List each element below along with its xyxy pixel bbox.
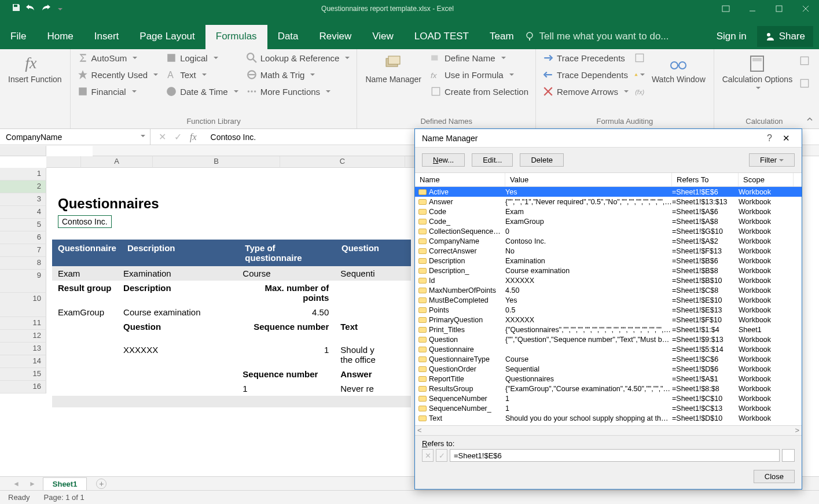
row-header[interactable]: 7 [0,244,46,257]
add-sheet-button[interactable]: + [96,479,106,489]
dialog-help-icon[interactable]: ? [761,133,778,144]
edit-button[interactable]: Edit... [472,153,513,167]
name-list-row[interactable]: Print_Titles{"Questionnaires","","","","… [415,325,802,334]
evaluate-formula-icon[interactable]: (fx) [634,86,645,97]
filter-button[interactable]: Filter [749,153,795,167]
remove-arrows-button[interactable]: Remove Arrows [541,85,631,98]
new-button[interactable]: New... [422,153,465,167]
refers-accept-icon[interactable]: ✓ [436,449,447,462]
dialog-list[interactable]: ActiveYes=Sheet1!$E$6WorkbookAnswer{"","… [415,187,802,426]
name-list-row[interactable]: Description_Course examination=Sheet1!$B… [415,266,802,275]
show-formulas-icon[interactable] [634,53,645,63]
datetime-button[interactable]: Date & Time [164,85,241,98]
name-list-row[interactable]: MustBeCompletedYes=Sheet1!$E$10Workbook [415,295,802,305]
tab-view[interactable]: View [362,25,404,49]
name-list-row[interactable]: Code_ExamGroup=Sheet1!$A$8Workbook [415,216,802,226]
logical-button[interactable]: Logical [164,51,241,64]
row-header[interactable]: 15 [0,368,46,381]
autosum-button[interactable]: AutoSum [75,51,161,64]
range-picker-icon[interactable] [782,449,795,462]
company-name-cell[interactable]: Contoso Inc. [58,215,112,228]
tab-home[interactable]: Home [36,25,83,49]
row-headers[interactable]: 12345678910111213141516 [0,168,46,393]
name-list-row[interactable]: MaxNumberOfPoints4.50=Sheet1!$C$8Workboo… [415,285,802,295]
tab-formulas[interactable]: Formulas [205,25,267,49]
financial-button[interactable]: Financial [75,85,161,98]
row-header[interactable]: 16 [0,381,46,393]
tab-file[interactable]: File [0,25,36,49]
redo-icon[interactable] [41,3,51,14]
text-button[interactable]: AText [164,68,241,81]
name-list-row[interactable]: ActiveYes=Sheet1!$E$6Workbook [415,187,802,197]
name-list-row[interactable]: Answer{"","","1","Never required","0.5",… [415,197,802,207]
row-header[interactable]: 3 [0,193,46,206]
create-from-selection-button[interactable]: Create from Selection [428,85,531,98]
dialog-column-headers[interactable]: Name Value Refers To Scope [415,172,802,187]
row-header[interactable]: 13 [0,343,46,355]
name-list-row[interactable]: ReportTitleQuestionnaires=Sheet1!$A$1Wor… [415,374,802,384]
cancel-formula-icon[interactable]: ✕ [159,131,166,142]
calc-now-icon[interactable] [799,56,810,66]
calc-sheet-icon[interactable] [799,78,810,89]
recently-used-button[interactable]: Recently Used [75,68,161,81]
calculation-options-button[interactable]: Calculation Options [719,51,796,93]
fx-icon[interactable]: fx [190,132,197,142]
row-header[interactable]: 4 [0,206,46,219]
name-list-row[interactable]: TextShould you do your school supply sho… [415,413,802,423]
row-header[interactable]: 10 [0,293,46,317]
undo-icon[interactable] [25,3,36,14]
lookup-button[interactable]: Lookup & Reference [244,51,352,64]
name-list-row[interactable]: CodeExam=Sheet1!$A$6Workbook [415,207,802,216]
tab-team[interactable]: Team [479,25,524,49]
refers-cancel-icon[interactable]: ✕ [422,449,434,462]
dialog-close-icon[interactable]: ✕ [778,133,795,144]
accept-formula-icon[interactable]: ✓ [174,131,182,142]
tab-page-layout[interactable]: Page Layout [129,25,205,49]
row-header[interactable]: 2 [0,181,46,193]
qat-customize-icon[interactable] [56,3,63,14]
close-icon[interactable] [792,0,819,17]
tab-insert[interactable]: Insert [84,25,130,49]
row-header[interactable]: 12 [0,330,46,343]
row-header[interactable]: 6 [0,231,46,244]
more-functions-button[interactable]: More Functions [244,85,352,98]
ribbon-display-icon[interactable] [713,0,739,17]
collapse-ribbon-icon[interactable] [806,115,813,125]
maximize-icon[interactable] [766,0,792,17]
name-list-row[interactable]: SequenceNumber_1=Sheet1!$C$13Workbook [415,403,802,413]
sheet-nav-prev-icon[interactable]: ◄ [10,480,22,488]
row-header[interactable]: 11 [0,317,46,330]
refers-to-input[interactable] [450,449,780,462]
name-list-row[interactable]: Questionnaire=Sheet1!$5:$14Workbook [415,344,802,354]
tab-data[interactable]: Data [267,25,309,49]
name-manager-button[interactable]: Name Manager [362,51,425,98]
row-header[interactable]: 1 [0,168,46,181]
save-icon[interactable] [12,3,21,14]
name-list-row[interactable]: Question{"","Question","Sequence number"… [415,334,802,344]
name-list-row[interactable]: Points0.5=Sheet1!$E$13Workbook [415,305,802,315]
row-header[interactable]: 8 [0,257,46,270]
close-button[interactable]: Close [754,470,795,483]
name-box[interactable]: CompanyName [0,129,150,145]
name-list-row[interactable]: QuestionnaireTypeCourse=Sheet1!$C$6Workb… [415,354,802,364]
name-list-row[interactable]: DescriptionExamination=Sheet1!$B$6Workbo… [415,256,802,266]
name-list-row[interactable]: CollectionSequenceNu...0=Sheet1!$G$10Wor… [415,226,802,236]
tell-me[interactable]: Tell me what you want to do... [524,31,669,49]
row-header[interactable]: 5 [0,219,46,231]
name-list-row[interactable]: CorrectAnswerNo=Sheet1!$F$13Workbook [415,246,802,256]
name-list-row[interactable]: CompanyNameContoso Inc.=Sheet1!$A$2Workb… [415,236,802,246]
delete-button[interactable]: Delete [520,153,564,167]
sheet-nav-next-icon[interactable]: ► [27,480,38,488]
error-checking-icon[interactable] [634,69,645,80]
trace-dependents-button[interactable]: Trace Dependents [541,68,631,81]
name-list-row[interactable]: SequenceNumber1=Sheet1!$C$10Workbook [415,393,802,403]
sheet-tab[interactable]: Sheet1 [43,477,87,490]
row-header[interactable]: 9 [0,270,46,293]
use-in-formula-button[interactable]: fxUse in Formula [428,68,531,81]
minimize-icon[interactable] [739,0,766,17]
row-header[interactable]: 14 [0,355,46,368]
trace-precedents-button[interactable]: Trace Precedents [541,51,631,64]
tab-review[interactable]: Review [309,25,362,49]
insert-function-button[interactable]: fx Insert Function [5,51,65,86]
share-button[interactable]: Share [757,26,813,47]
